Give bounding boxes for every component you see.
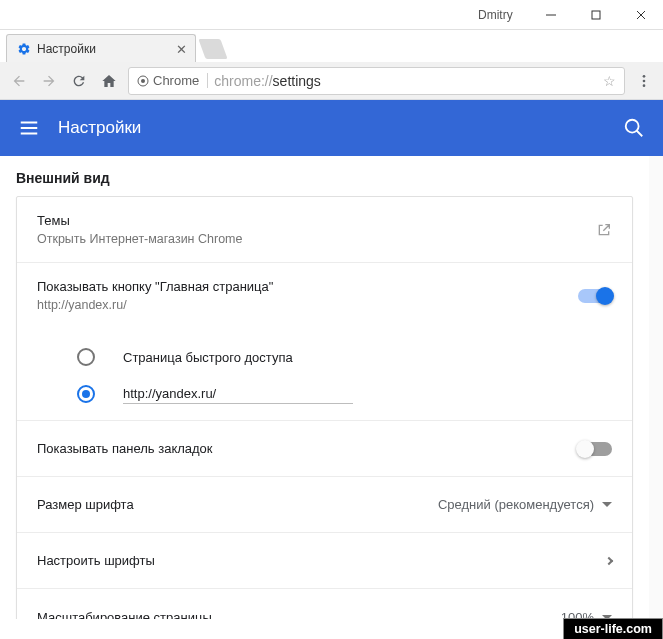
arrow-right-icon: [41, 73, 57, 89]
bookmarks-bar-toggle[interactable]: [578, 442, 612, 456]
svg-point-7: [643, 79, 646, 82]
radio-icon: [77, 348, 95, 366]
home-button-row: Показывать кнопку "Главная страница" htt…: [17, 263, 632, 421]
window-maximize-button[interactable]: [573, 0, 618, 30]
themes-sublabel: Открыть Интернет-магазин Chrome: [37, 232, 584, 246]
tab-title: Настройки: [37, 42, 96, 56]
chip-label: Chrome: [153, 73, 199, 88]
home-custom-url-input[interactable]: [123, 384, 353, 404]
home-option-speed-dial-label: Страница быстрого доступа: [123, 350, 293, 365]
footer: user-life.com: [0, 619, 663, 639]
home-icon: [101, 73, 117, 89]
tab-strip: Настройки ✕: [0, 30, 663, 62]
themes-row[interactable]: Темы Открыть Интернет-магазин Chrome: [17, 197, 632, 263]
close-icon: [636, 10, 646, 20]
bookmark-star-button[interactable]: ☆: [603, 73, 616, 89]
chrome-icon: [137, 75, 149, 87]
maximize-icon: [591, 10, 601, 20]
home-button-toggle[interactable]: [578, 289, 612, 303]
menu-button[interactable]: [633, 70, 655, 92]
customize-fonts-row[interactable]: Настроить шрифты: [17, 533, 632, 589]
themes-label: Темы: [37, 213, 584, 228]
settings-header: Настройки: [0, 100, 663, 156]
svg-line-10: [637, 131, 643, 137]
new-tab-button[interactable]: [198, 39, 227, 59]
bookmarks-bar-row: Показывать панель закладок: [17, 421, 632, 477]
radio-selected-icon: [77, 385, 95, 403]
window-titlebar: Dmitry: [0, 0, 663, 30]
appearance-card: Темы Открыть Интернет-магазин Chrome Пок…: [16, 196, 633, 619]
arrow-left-icon: [11, 73, 27, 89]
section-appearance-title: Внешний вид: [0, 156, 649, 196]
security-chip[interactable]: Chrome: [137, 73, 208, 88]
settings-content: Внешний вид Темы Открыть Интернет-магази…: [0, 156, 663, 619]
search-icon[interactable]: [623, 117, 645, 139]
dropdown-arrow-icon: [602, 502, 612, 507]
home-button-label: Показывать кнопку "Главная страница": [37, 279, 578, 294]
home-button-sublabel: http://yandex.ru/: [37, 298, 578, 312]
hamburger-icon[interactable]: [18, 117, 40, 139]
forward-button[interactable]: [38, 70, 60, 92]
home-option-speed-dial[interactable]: Страница быстрого доступа: [77, 348, 612, 366]
reload-icon: [71, 73, 87, 89]
home-button[interactable]: [98, 70, 120, 92]
svg-rect-1: [592, 11, 600, 19]
font-size-value: Средний (рекомендуется): [438, 497, 594, 512]
home-option-custom-url[interactable]: [77, 384, 612, 404]
bookmarks-bar-label: Показывать панель закладок: [37, 441, 566, 456]
tab-close-button[interactable]: ✕: [176, 41, 187, 56]
minimize-icon: [546, 10, 556, 20]
gear-icon: [17, 42, 31, 56]
reload-button[interactable]: [68, 70, 90, 92]
svg-point-6: [643, 75, 646, 78]
url-text: chrome://settings: [214, 73, 321, 89]
svg-point-9: [626, 120, 639, 133]
chevron-right-icon: [605, 556, 613, 564]
window-user-label: Dmitry: [478, 8, 513, 22]
watermark: user-life.com: [563, 618, 663, 639]
address-bar[interactable]: Chrome chrome://settings ☆: [128, 67, 625, 95]
kebab-icon: [636, 73, 652, 89]
svg-point-5: [141, 79, 145, 83]
font-size-row[interactable]: Размер шрифта Средний (рекомендуется): [17, 477, 632, 533]
svg-point-8: [643, 84, 646, 87]
page-zoom-row[interactable]: Масштабирование страницы 100%: [17, 589, 632, 619]
page-title: Настройки: [58, 118, 141, 138]
toolbar: Chrome chrome://settings ☆: [0, 62, 663, 100]
customize-fonts-label: Настроить шрифты: [37, 553, 594, 568]
page-zoom-label: Масштабирование страницы: [37, 610, 549, 620]
font-size-label: Размер шрифта: [37, 497, 426, 512]
tab-settings[interactable]: Настройки ✕: [6, 34, 196, 62]
window-minimize-button[interactable]: [528, 0, 573, 30]
open-external-icon: [596, 222, 612, 238]
back-button[interactable]: [8, 70, 30, 92]
window-close-button[interactable]: [618, 0, 663, 30]
